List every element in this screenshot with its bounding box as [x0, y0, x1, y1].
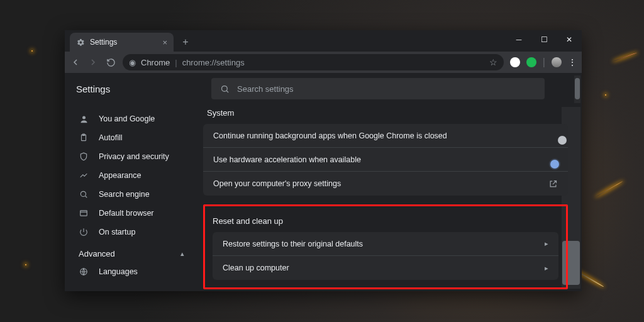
browser-tab[interactable]: Settings ×	[70, 33, 174, 52]
sidebar-item-label: Appearance	[99, 171, 141, 180]
gear-icon	[76, 38, 85, 47]
chevron-right-icon: ▸	[545, 264, 548, 272]
search-icon	[220, 84, 230, 94]
globe-icon	[79, 267, 89, 277]
search-input[interactable]: Search settings	[211, 78, 545, 99]
scrollbar[interactable]	[574, 75, 580, 103]
external-link-icon	[548, 179, 558, 189]
back-button[interactable]	[70, 57, 81, 68]
sidebar-item-privacy[interactable]: Privacy and security	[65, 147, 198, 166]
url-chip: Chrome	[141, 58, 170, 67]
close-window-button[interactable]: ✕	[557, 30, 582, 49]
settings-header: Settings Search settings	[65, 73, 582, 104]
row-hardware-acceleration[interactable]: Use hardware acceleration when available	[203, 148, 568, 172]
system-card: Continue running background apps when Go…	[203, 124, 568, 196]
menu-button[interactable]: ⋮	[568, 57, 577, 67]
sidebar-item-appearance[interactable]: Appearance	[65, 166, 198, 185]
shield-icon	[79, 152, 89, 162]
svg-point-0	[222, 86, 228, 91]
row-label: Open your computer's proxy settings	[213, 179, 341, 188]
address-bar: ◉ Chrome | chrome://settings ☆ | ⋮	[65, 52, 582, 73]
close-icon[interactable]: ×	[162, 38, 167, 47]
row-restore-defaults[interactable]: Restore settings to their original defau…	[213, 232, 558, 256]
sidebar-item-search-engine[interactable]: Search engine	[65, 185, 198, 204]
system-section-title: System	[207, 108, 568, 118]
sidebar-advanced-toggle[interactable]: Advanced ▴	[65, 242, 198, 262]
clipboard-icon	[79, 133, 89, 143]
chevron-right-icon: ▸	[545, 240, 548, 248]
window-controls: ─ ☐ ✕	[506, 30, 582, 49]
new-tab-button[interactable]: +	[177, 34, 194, 50]
chrome-icon: ◉	[129, 58, 136, 67]
sidebar-item-label: Autofill	[99, 133, 123, 142]
svg-point-1	[82, 116, 86, 119]
sidebar: You and Google Autofill Privacy and secu…	[65, 104, 198, 291]
sidebar-item-default-browser[interactable]: Default browser	[65, 204, 198, 223]
browser-icon	[79, 208, 89, 218]
reset-section-title: Reset and clean up	[213, 216, 558, 226]
forward-button	[87, 57, 99, 68]
reload-button[interactable]	[105, 57, 116, 68]
page-title: Settings	[76, 84, 199, 94]
extension-icon-1[interactable]	[510, 57, 520, 67]
palette-icon	[79, 170, 89, 180]
profile-avatar[interactable]	[552, 57, 562, 67]
sidebar-item-on-startup[interactable]: On startup	[65, 223, 198, 242]
maximize-button[interactable]: ☐	[531, 30, 557, 49]
row-label: Clean up computer	[223, 264, 289, 272]
search-placeholder: Search settings	[237, 84, 294, 94]
sidebar-item-label: You and Google	[99, 114, 155, 123]
omnibox[interactable]: ◉ Chrome | chrome://settings ☆	[123, 54, 504, 70]
sidebar-item-label: Search engine	[99, 190, 150, 199]
settings-content: System Continue running background apps …	[198, 104, 582, 291]
row-label: Restore settings to their original defau…	[223, 240, 363, 248]
svg-point-4	[80, 191, 86, 196]
sidebar-item-label: Privacy and security	[99, 152, 169, 161]
sidebar-advanced-label: Advanced	[79, 249, 115, 258]
bookmark-icon[interactable]: ☆	[489, 57, 497, 67]
sidebar-item-you-and-google[interactable]: You and Google	[65, 109, 198, 128]
power-icon	[79, 227, 89, 237]
sidebar-item-label: Default browser	[99, 209, 154, 218]
row-label: Use hardware acceleration when available	[213, 155, 361, 164]
url-text: chrome://settings	[182, 58, 245, 67]
sidebar-item-label: Languages	[99, 267, 138, 276]
sidebar-item-label: On startup	[99, 228, 135, 236]
row-proxy-settings[interactable]: Open your computer's proxy settings	[203, 172, 568, 196]
row-background-apps[interactable]: Continue running background apps when Go…	[203, 124, 568, 148]
title-bar: Settings × + ─ ☐ ✕	[65, 30, 582, 52]
chevron-up-icon: ▴	[180, 250, 184, 258]
reset-card: Restore settings to their original defau…	[213, 232, 558, 280]
reset-section-highlight: Reset and clean up Restore settings to t…	[203, 204, 568, 289]
row-label: Continue running background apps when Go…	[213, 131, 447, 140]
search-icon	[79, 189, 89, 199]
tab-title: Settings	[90, 38, 117, 47]
row-clean-up-computer[interactable]: Clean up computer ▸	[213, 256, 558, 280]
minimize-button[interactable]: ─	[506, 30, 531, 49]
sidebar-item-autofill[interactable]: Autofill	[65, 128, 198, 147]
svg-rect-5	[80, 211, 87, 216]
extension-icon-2[interactable]	[526, 57, 536, 67]
sidebar-item-languages[interactable]: Languages	[65, 262, 198, 281]
person-icon	[79, 114, 89, 124]
browser-window: Settings × + ─ ☐ ✕ ◉ Chrome | chrome://s…	[65, 30, 582, 291]
